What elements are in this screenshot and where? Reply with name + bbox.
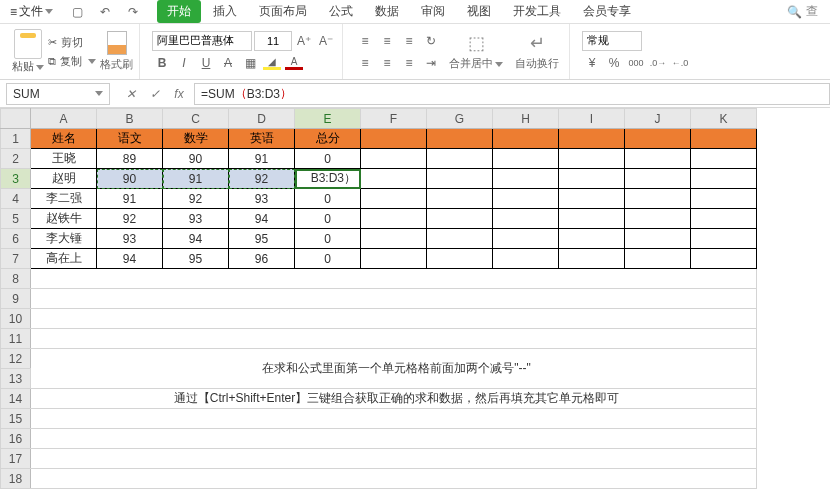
cell[interactable] [493, 249, 559, 269]
cell[interactable] [427, 169, 493, 189]
save-icon[interactable]: ▢ [67, 2, 87, 22]
cell[interactable]: 李二强 [31, 189, 97, 209]
decrease-font-icon[interactable]: A⁻ [316, 31, 336, 51]
cell[interactable] [493, 169, 559, 189]
align-right-icon[interactable]: ≡ [399, 53, 419, 73]
cell[interactable] [691, 229, 757, 249]
col-header[interactable]: A [31, 109, 97, 129]
increase-font-icon[interactable]: A⁺ [294, 31, 314, 51]
cell[interactable] [361, 149, 427, 169]
undo-icon[interactable]: ↶ [95, 2, 115, 22]
tab-member[interactable]: 会员专享 [573, 0, 641, 23]
cell[interactable] [559, 189, 625, 209]
note-text-2[interactable]: 通过【Ctrl+Shift+Enter】三键组合获取正确的求和数据，然后再填充其… [31, 389, 757, 409]
row-header[interactable]: 2 [1, 149, 31, 169]
cell[interactable] [361, 129, 427, 149]
percent-icon[interactable]: % [604, 53, 624, 73]
cell[interactable] [493, 229, 559, 249]
cell[interactable]: 90 [97, 169, 163, 189]
worksheet[interactable]: A B C D E F G H I J K 1 姓名 语文 数学 英语 总分 2… [0, 108, 830, 498]
cell[interactable]: 93 [229, 189, 295, 209]
col-header[interactable]: D [229, 109, 295, 129]
cell[interactable] [691, 169, 757, 189]
row-header[interactable]: 1 [1, 129, 31, 149]
cell[interactable] [427, 129, 493, 149]
align-left-icon[interactable]: ≡ [355, 53, 375, 73]
cell[interactable]: 语文 [97, 129, 163, 149]
row-header[interactable]: 11 [1, 329, 31, 349]
tab-view[interactable]: 视图 [457, 0, 501, 23]
cell[interactable] [31, 409, 757, 429]
tab-insert[interactable]: 插入 [203, 0, 247, 23]
cell[interactable] [361, 249, 427, 269]
col-header[interactable]: G [427, 109, 493, 129]
cell[interactable] [625, 249, 691, 269]
cell[interactable]: 0 [295, 149, 361, 169]
wrap-text-button[interactable]: ↵ 自动换行 [511, 30, 563, 73]
cell[interactable] [559, 249, 625, 269]
format-painter-button[interactable]: 格式刷 [100, 31, 133, 72]
col-header[interactable]: I [559, 109, 625, 129]
file-menu[interactable]: ≡ 文件 [4, 1, 59, 22]
cell[interactable]: 89 [97, 149, 163, 169]
row-header[interactable]: 8 [1, 269, 31, 289]
col-header[interactable]: B [97, 109, 163, 129]
indent-icon[interactable]: ⇥ [421, 53, 441, 73]
cell[interactable]: 0 [295, 209, 361, 229]
row-header[interactable]: 14 [1, 389, 31, 409]
row-header[interactable]: 5 [1, 209, 31, 229]
tab-page-layout[interactable]: 页面布局 [249, 0, 317, 23]
currency-icon[interactable]: ¥ [582, 53, 602, 73]
cell[interactable]: 93 [163, 209, 229, 229]
underline-button[interactable]: U [196, 53, 216, 73]
cell[interactable] [31, 469, 757, 489]
strike-button[interactable]: A [218, 53, 238, 73]
fill-color-button[interactable]: ◢ [262, 53, 282, 73]
cell[interactable]: 李大锤 [31, 229, 97, 249]
search-box[interactable]: 🔍 查 [787, 3, 826, 20]
cell[interactable] [427, 249, 493, 269]
tab-data[interactable]: 数据 [365, 0, 409, 23]
cell[interactable] [691, 209, 757, 229]
cell[interactable] [493, 209, 559, 229]
col-header[interactable]: C [163, 109, 229, 129]
cell[interactable]: 姓名 [31, 129, 97, 149]
col-header[interactable]: J [625, 109, 691, 129]
tab-formulas[interactable]: 公式 [319, 0, 363, 23]
row-header[interactable]: 13 [1, 369, 31, 389]
row-header[interactable]: 12 [1, 349, 31, 369]
font-color-button[interactable]: A [284, 53, 304, 73]
cell[interactable]: 96 [229, 249, 295, 269]
row-header[interactable]: 3 [1, 169, 31, 189]
cell[interactable] [493, 149, 559, 169]
cut-button[interactable]: ✂剪切 [48, 35, 96, 50]
cell[interactable] [559, 229, 625, 249]
cell[interactable] [31, 449, 757, 469]
cell[interactable]: 总分 [295, 129, 361, 149]
cell[interactable] [691, 189, 757, 209]
cell[interactable] [493, 189, 559, 209]
row-header[interactable]: 7 [1, 249, 31, 269]
cell[interactable] [427, 229, 493, 249]
increase-decimal-icon[interactable]: .0→ [648, 53, 668, 73]
cell[interactable]: 92 [163, 189, 229, 209]
cell[interactable] [427, 189, 493, 209]
cell[interactable] [361, 229, 427, 249]
row-header[interactable]: 17 [1, 449, 31, 469]
cell[interactable] [31, 429, 757, 449]
cell[interactable]: 90 [163, 149, 229, 169]
cell[interactable] [361, 209, 427, 229]
fx-icon[interactable]: fx [170, 87, 188, 101]
italic-button[interactable]: I [174, 53, 194, 73]
cell[interactable]: 95 [163, 249, 229, 269]
col-header[interactable]: E [295, 109, 361, 129]
row-header[interactable]: 4 [1, 189, 31, 209]
comma-icon[interactable]: 000 [626, 53, 646, 73]
row-header[interactable]: 6 [1, 229, 31, 249]
cell[interactable]: 英语 [229, 129, 295, 149]
cell[interactable]: 高在上 [31, 249, 97, 269]
cell[interactable] [361, 169, 427, 189]
cell[interactable]: 91 [229, 149, 295, 169]
row-header[interactable]: 16 [1, 429, 31, 449]
cell[interactable]: 0 [295, 189, 361, 209]
